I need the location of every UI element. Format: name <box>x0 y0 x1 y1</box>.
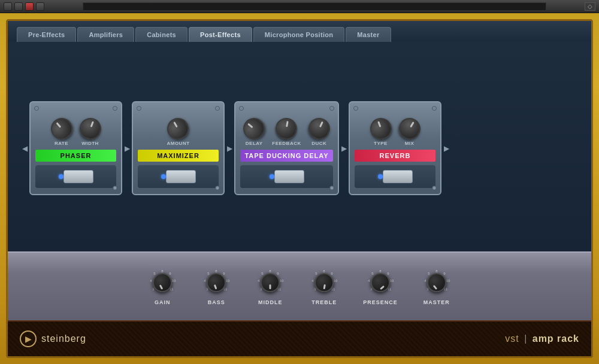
master-dial[interactable]: 8 9 10 11 3 4 5 <box>422 268 452 298</box>
maximizer-toggle[interactable] <box>166 170 196 183</box>
maximizer-switch-area <box>138 165 219 188</box>
reverb-knobs: TYPE MIX <box>370 118 420 146</box>
phaser-rate-knob[interactable] <box>46 114 77 144</box>
main-container: Pre-Effects Amplifiers Cabinets Post-Eff… <box>0 13 599 364</box>
phaser-toggle[interactable] <box>63 170 93 183</box>
svg-text:9: 9 <box>387 272 389 275</box>
tab-microphone-position[interactable]: Microphone Position <box>253 27 344 42</box>
logo-play-icon: ▶ <box>25 334 32 344</box>
title-input[interactable] <box>83 2 546 11</box>
svg-text:4: 4 <box>368 279 370 283</box>
maximizer-amount-group: AMOUNT <box>167 118 189 146</box>
svg-text:4: 4 <box>150 279 153 283</box>
middle-knob-body[interactable] <box>261 273 280 292</box>
tape-duck-group: DUCK <box>308 118 330 146</box>
tape-right-arrow[interactable]: ▶ <box>339 142 349 154</box>
gain-label: GAIN <box>155 299 171 305</box>
vst-text: vst <box>505 333 519 344</box>
screw-tr <box>113 106 117 111</box>
reverb-type-label: TYPE <box>374 141 388 146</box>
svg-text:4: 4 <box>424 279 426 283</box>
phaser-left-arrow[interactable]: ◀ <box>20 142 29 154</box>
write-btn[interactable] <box>36 2 44 11</box>
phaser-right-arrow[interactable]: ▶ <box>122 142 132 154</box>
reverb-type-knob[interactable] <box>367 115 394 142</box>
tape-toggle[interactable] <box>274 170 304 183</box>
middle-control: 8 9 10 11 3 4 5 MIDDLE <box>255 268 285 305</box>
middle-dial[interactable]: 8 9 10 11 3 4 5 <box>255 268 285 298</box>
svg-text:10: 10 <box>226 279 230 283</box>
svg-text:10: 10 <box>390 279 394 283</box>
svg-text:9: 9 <box>277 272 280 275</box>
bass-knob-body[interactable] <box>207 273 226 292</box>
reverb-pedal-wrapper: TYPE MIX REVERB ▶ <box>349 101 451 195</box>
gain-control: 8 9 10 11 3 4 5 GAIN <box>147 268 177 305</box>
phaser-indicator <box>59 174 63 179</box>
treble-label: TREBLE <box>311 299 337 305</box>
amp-controls-area: 8 9 10 11 3 4 5 GAIN 8 9 <box>8 251 591 320</box>
tape-duck-knob[interactable] <box>305 114 334 143</box>
master-knob-body[interactable] <box>427 273 446 292</box>
reverb-mix-label: MIX <box>405 141 415 146</box>
tape-delay-knob[interactable] <box>239 114 270 144</box>
reverb-toggle[interactable] <box>383 170 413 183</box>
svg-text:10: 10 <box>172 279 176 283</box>
steinberg-text: steinberg <box>41 333 86 344</box>
maximizer-right-arrow[interactable]: ▶ <box>225 142 234 154</box>
title-icon: ◇ <box>585 2 595 11</box>
treble-knob-body[interactable] <box>314 273 334 292</box>
maximizer-amount-knob[interactable] <box>164 114 193 143</box>
reverb-screws <box>353 106 437 111</box>
svg-text:4: 4 <box>204 279 207 283</box>
tape-feedback-knob[interactable] <box>274 116 300 141</box>
bass-dial[interactable]: 8 9 10 11 3 4 5 <box>201 268 231 298</box>
presence-dial[interactable]: 8 9 10 11 3 4 5 <box>365 268 395 298</box>
tape-duck-label: DUCK <box>311 141 326 146</box>
effects-area: ◀ RATE WIDTH <box>8 42 591 251</box>
tape-pedal: DELAY FEEDBACK DUCK TAPE DUCKING DELAY <box>234 101 339 195</box>
maximize-btn[interactable] <box>14 2 23 11</box>
svg-text:4: 4 <box>258 279 261 283</box>
tape-name-bar: TAPE DUCKING DELAY <box>240 150 333 162</box>
reverb-indicator <box>378 174 383 179</box>
bottom-bar: ▶ steinberg vst | amp rack <box>8 320 591 356</box>
tape-feedback-group: FEEDBACK <box>272 118 301 146</box>
phaser-bottom-screw <box>113 186 117 190</box>
reverb-right-arrow[interactable]: ▶ <box>441 142 451 154</box>
svg-text:4: 4 <box>312 279 314 283</box>
tab-pre-effects[interactable]: Pre-Effects <box>17 27 76 42</box>
tape-indicator <box>270 174 274 179</box>
master-control: 8 9 10 11 3 4 5 MASTER <box>422 268 452 305</box>
amp-rack-text: amp rack <box>533 333 579 344</box>
phaser-width-knob[interactable] <box>76 115 104 142</box>
vst-logo: vst | amp rack <box>505 333 579 344</box>
svg-text:9: 9 <box>170 272 172 275</box>
reverb-mix-knob[interactable] <box>395 114 424 143</box>
maximizer-pedal-wrapper: AMOUNT MAXIMIZER ▶ <box>132 101 234 195</box>
tab-post-effects[interactable]: Post-Effects <box>189 27 252 42</box>
logo-circle-icon: ▶ <box>20 330 37 347</box>
phaser-knobs: RATE WIDTH <box>51 118 101 146</box>
presence-knob-body[interactable] <box>371 273 390 292</box>
reverb-mix-group: MIX <box>399 118 420 146</box>
svg-text:9: 9 <box>443 272 446 275</box>
phaser-width-group: WIDTH <box>80 118 101 146</box>
svg-text:10: 10 <box>334 279 338 283</box>
tab-master[interactable]: Master <box>346 27 391 42</box>
tab-amplifiers[interactable]: Amplifiers <box>77 27 134 42</box>
screw-tr <box>432 106 437 111</box>
svg-text:10: 10 <box>446 279 450 283</box>
tape-delay-group: DELAY <box>243 118 265 146</box>
tape-screws <box>239 106 334 111</box>
screw-tr <box>215 106 220 111</box>
gain-knob-body[interactable] <box>153 273 172 292</box>
treble-dial[interactable]: 8 9 10 11 3 4 5 <box>309 268 339 298</box>
tape-feedback-label: FEEDBACK <box>272 141 301 146</box>
phaser-screws <box>34 106 117 111</box>
record-btn[interactable] <box>25 2 34 11</box>
minimize-btn[interactable] <box>4 2 12 11</box>
maximizer-amount-label: AMOUNT <box>167 141 189 146</box>
tab-cabinets[interactable]: Cabinets <box>135 27 187 42</box>
gain-dial[interactable]: 8 9 10 11 3 4 5 <box>147 268 177 298</box>
maximizer-name-bar: MAXIMIZER <box>138 150 219 162</box>
